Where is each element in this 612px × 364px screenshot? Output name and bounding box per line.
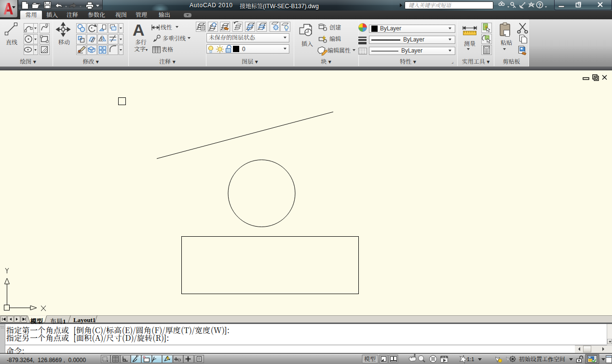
- svg-text:1:1: 1:1: [467, 356, 474, 362]
- svg-text:A: A: [133, 21, 145, 39]
- svg-text:初始设置工作空间: 初始设置工作空间: [519, 354, 565, 363]
- svg-text:?: ?: [538, 3, 541, 8]
- svg-text:模型: 模型: [364, 354, 376, 363]
